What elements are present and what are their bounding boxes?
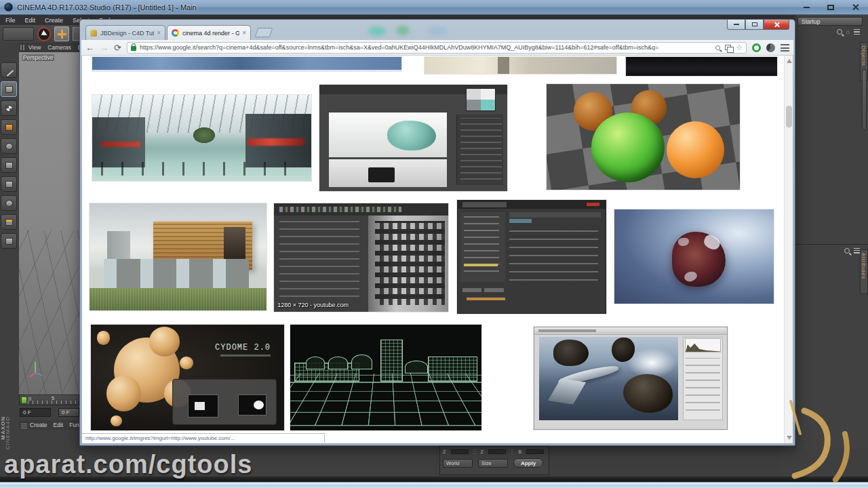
- layout-dropdown[interactable]: Startup: [797, 17, 863, 26]
- google-images-results: 868 × 488 - youtube.com CYDOME 2.0: [82, 56, 793, 443]
- browser-close-button[interactable]: [764, 20, 789, 30]
- tab-close-icon[interactable]: ×: [242, 29, 246, 37]
- spline-pen-tool-icon[interactable]: [1, 62, 17, 78]
- https-lock-icon[interactable]: [131, 46, 136, 51]
- sphere-primitive-tool-icon[interactable]: [1, 138, 17, 154]
- image-result-c4d-chair-screenshot[interactable]: [319, 85, 507, 191]
- coordinates-controls: World Size Apply: [443, 458, 543, 468]
- attribute-manager-icons: [844, 248, 860, 253]
- anim-menu-functions[interactable]: Functions: [69, 422, 79, 428]
- array-generator-tool-icon[interactable]: [1, 119, 17, 135]
- cloner-tool-icon[interactable]: [1, 214, 17, 230]
- coordinate-space-dropdown[interactable]: World: [443, 459, 473, 468]
- perspective-viewport[interactable]: Perspective: [19, 52, 79, 394]
- timeline-tick-5: 5: [52, 396, 54, 401]
- image-result-blue-banner[interactable]: [92, 57, 401, 71]
- reload-button[interactable]: ⟳: [114, 43, 121, 52]
- search-icon[interactable]: [837, 29, 842, 35]
- tab-to-window-icon[interactable]: [725, 45, 731, 50]
- image-result-abstract-render[interactable]: [614, 209, 774, 304]
- coord-field-rotation-b[interactable]: [526, 449, 544, 454]
- menu-file[interactable]: File: [5, 17, 16, 24]
- coord-label-b-rotation: B: [518, 449, 521, 455]
- cydome-title: CYDOME 2.0: [215, 343, 271, 352]
- object-manager-panel: Startup ⌂ Objects Attributes: [795, 15, 868, 449]
- home-icon[interactable]: ⌂: [846, 29, 850, 35]
- environment-tool-icon[interactable]: [1, 233, 17, 249]
- viewport-menu-cameras[interactable]: Cameras: [47, 44, 71, 51]
- scroll-up-icon[interactable]: [787, 59, 792, 63]
- address-bar[interactable]: https://www.google.it/search?q=cinema+4d…: [127, 42, 747, 54]
- coordinates-box: Z Z B World Size Apply: [439, 446, 549, 475]
- coordinates-row: Z Z B: [443, 449, 544, 455]
- object-manager-scrollbar[interactable]: [862, 69, 867, 130]
- panel-divider: [795, 244, 868, 245]
- coord-field-position-z[interactable]: [451, 449, 469, 454]
- brand-cinema4d: CINEMA4D: [5, 416, 11, 449]
- extrude-tool-icon[interactable]: [1, 176, 17, 192]
- coordinate-mode-dropdown[interactable]: Size: [478, 459, 508, 468]
- extension-icon[interactable]: [766, 43, 775, 52]
- scale-tool-icon[interactable]: [73, 27, 79, 41]
- image-result-render-settings-dialog[interactable]: [457, 200, 606, 314]
- timeline-playhead[interactable]: [21, 396, 27, 404]
- back-button[interactable]: ←: [85, 43, 94, 52]
- move-tool-icon[interactable]: [54, 26, 69, 41]
- search-icon[interactable]: [844, 248, 850, 253]
- tab-close-icon[interactable]: ×: [157, 29, 161, 37]
- desktop: CINEMA 4D R17.032 Studio (R17) - [Untitl…: [0, 0, 868, 488]
- tab-attributes[interactable]: Attributes: [860, 249, 868, 294]
- image-result-mall-render[interactable]: [92, 95, 311, 181]
- maximize-button[interactable]: [822, 2, 840, 12]
- google-favicon-icon: [172, 29, 179, 37]
- bookmark-star-icon[interactable]: ☆: [736, 44, 743, 52]
- menu-edit[interactable]: Edit: [25, 17, 36, 24]
- current-frame-field[interactable]: 0 F: [20, 408, 51, 417]
- tab-jbdesign[interactable]: JBDesign - C4D Tutoria ×: [85, 25, 165, 40]
- browser-maximize-button[interactable]: [745, 20, 764, 30]
- image-result-interior[interactable]: [425, 57, 616, 74]
- filter-menu-icon[interactable]: [854, 29, 860, 35]
- extension-icon[interactable]: [752, 43, 761, 52]
- deformer-tool-icon[interactable]: [1, 195, 17, 211]
- viewport-label: Perspective: [22, 54, 54, 61]
- image-result-house-render[interactable]: [90, 203, 267, 310]
- image-result-metaball-blob[interactable]: CYDOME 2.0: [91, 325, 284, 430]
- image-result-wireframe-city[interactable]: [290, 325, 481, 430]
- image-result-photo-editor-scifi[interactable]: [534, 327, 728, 430]
- result-dimensions-overlay: 868 × 488 - youtube.com: [277, 302, 349, 308]
- end-frame-field[interactable]: 0 F: [58, 408, 79, 417]
- url-text[interactable]: https://www.google.it/search?q=cinema+4d…: [140, 44, 712, 51]
- tab-title: cinema 4d render - Goo: [182, 30, 239, 37]
- image-result-fruit-spheres[interactable]: [547, 84, 740, 190]
- tab-cinema4d-render[interactable]: cinema 4d render - Goo ×: [167, 25, 251, 40]
- c4d-toolbar: [0, 25, 79, 43]
- timeline-ticks: [28, 401, 77, 404]
- zoom-page-icon[interactable]: [715, 45, 720, 50]
- browser-scrollbar[interactable]: [784, 56, 793, 443]
- material-sphere-tool-icon[interactable]: [1, 100, 17, 116]
- filter-menu-icon[interactable]: [854, 248, 860, 253]
- image-result-dark[interactable]: [626, 57, 777, 76]
- glass-reflection: [368, 26, 386, 36]
- browser-minimize-button[interactable]: [727, 20, 745, 30]
- menu-create[interactable]: Create: [45, 17, 63, 24]
- minimize-button[interactable]: [797, 2, 815, 12]
- cube-primitive-tool-icon[interactable]: [1, 81, 17, 97]
- scrollbar-thumb[interactable]: [786, 106, 792, 127]
- close-button[interactable]: [846, 2, 864, 12]
- anim-menu-create[interactable]: Create: [30, 422, 47, 428]
- boole-tool-icon[interactable]: [1, 157, 17, 173]
- forward-button[interactable]: →: [100, 43, 108, 52]
- anim-menu-edit[interactable]: Edit: [54, 422, 64, 428]
- browser-menu-icon[interactable]: [781, 44, 789, 52]
- viewport-menu-view[interactable]: View: [28, 44, 41, 51]
- new-tab-button[interactable]: [255, 28, 273, 37]
- undo-button[interactable]: [3, 27, 34, 41]
- apply-button[interactable]: Apply: [513, 458, 543, 468]
- coord-field-scale-z[interactable]: [488, 449, 506, 454]
- image-result-c4d-tutorial-screenshot[interactable]: 868 × 488 - youtube.com: [274, 203, 448, 312]
- timeline-ruler[interactable]: 0 5: [19, 394, 79, 405]
- live-selection-tool-icon[interactable]: [37, 27, 52, 41]
- c4d-app-icon: [4, 3, 13, 12]
